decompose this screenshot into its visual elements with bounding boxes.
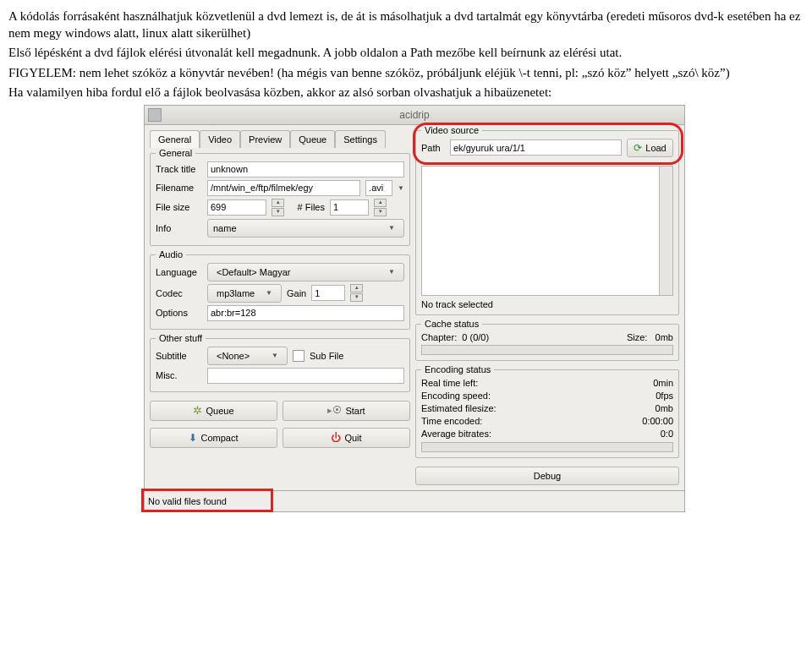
- tab-general[interactable]: General: [150, 130, 200, 148]
- cache-progress-bar: [421, 345, 673, 355]
- chevron-down-icon[interactable]: ▼: [398, 184, 404, 192]
- no-track-label: No track selected: [421, 299, 673, 309]
- gain-input[interactable]: [311, 285, 345, 301]
- tab-bar: General Video Preview Queue Settings: [150, 130, 410, 148]
- chevron-down-icon: ▼: [388, 268, 395, 276]
- language-label: Language: [156, 267, 202, 277]
- doc-paragraph: A kódolás forrásaként használhatjuk közv…: [8, 8, 804, 41]
- avgbit-value: 0:0: [661, 429, 673, 439]
- power-icon: ⏻: [331, 432, 341, 444]
- language-select[interactable]: <Default> Magyar▼: [207, 263, 404, 281]
- tab-preview[interactable]: Preview: [240, 130, 290, 148]
- subfile-checkbox[interactable]: [293, 350, 304, 362]
- play-icon: ▸⦿: [327, 405, 342, 416]
- info-button[interactable]: name▼: [207, 219, 404, 238]
- filename-label: Filename: [156, 183, 202, 193]
- avgbit-label: Average bitrates:: [421, 429, 491, 439]
- other-pane: Other stuff Subtitle <None>▼ Sub File Mi…: [150, 338, 410, 392]
- filesize-label: File size: [156, 202, 202, 212]
- ext-select[interactable]: [365, 180, 392, 196]
- cache-size-label: Size:: [627, 332, 647, 342]
- options-label: Options: [156, 308, 202, 318]
- subfile-label: Sub File: [310, 351, 343, 361]
- highlight-annotation: [413, 123, 683, 165]
- timeenc-label: Time encoded:: [421, 416, 482, 426]
- doc-paragraph: Ha valamilyen hiba fordul elő a fájlok b…: [8, 85, 804, 101]
- track-title-label: Track title: [156, 164, 202, 174]
- tab-video[interactable]: Video: [200, 130, 240, 148]
- window-title: acidrip: [399, 109, 429, 121]
- numfiles-label: # Files: [289, 202, 325, 212]
- general-pane: General Track title Filename ▼ File size…: [150, 153, 410, 246]
- scrollbar[interactable]: [659, 167, 672, 295]
- options-input[interactable]: [207, 305, 404, 321]
- codec-label: Codec: [156, 288, 202, 298]
- numfiles-stepper[interactable]: ▴▾: [374, 199, 387, 216]
- codec-select[interactable]: mp3lame▼: [207, 284, 282, 303]
- start-button[interactable]: ▸⦿ Start: [283, 401, 410, 421]
- encspeed-label: Encoding speed:: [421, 391, 491, 401]
- download-icon: ⬇: [189, 432, 197, 444]
- numfiles-input[interactable]: [330, 199, 369, 216]
- track-list[interactable]: [421, 166, 673, 296]
- pane-title: Audio: [156, 249, 186, 260]
- compact-button[interactable]: ⬇ Compact: [150, 428, 277, 448]
- chevron-down-icon: ▼: [388, 224, 395, 232]
- estfs-label: Estimated filesize:: [421, 403, 497, 413]
- doc-paragraph: Első lépésként a dvd fájlok elérési útvo…: [8, 45, 804, 62]
- gain-stepper[interactable]: ▴▾: [350, 284, 363, 302]
- tab-queue[interactable]: Queue: [290, 130, 335, 148]
- realtime-label: Real time left:: [421, 378, 478, 388]
- window-menu-icon[interactable]: [148, 108, 162, 122]
- encspeed-value: 0fps: [656, 391, 673, 401]
- filesize-stepper[interactable]: ▴▾: [272, 199, 284, 216]
- doc-paragraph: FIGYELEM: nem lehet szóköz a könyvtár ne…: [8, 65, 804, 82]
- chapter-value: 0 (0/0): [462, 332, 489, 342]
- chapter-label: Chapter:: [421, 332, 457, 342]
- filename-input[interactable]: [207, 180, 360, 196]
- debug-button[interactable]: Debug: [415, 467, 679, 485]
- window-titlebar: acidrip: [144, 105, 685, 124]
- status-bar: No valid files found: [144, 491, 685, 512]
- cache-status-pane: Cache status Chapter: 0 (0/0) Size: 0mb: [415, 324, 679, 361]
- encoding-progress-bar: [421, 442, 673, 452]
- gain-label: Gain: [287, 288, 306, 298]
- pane-title: Encoding status: [421, 364, 494, 374]
- misc-input[interactable]: [207, 368, 404, 384]
- pane-title: Other stuff: [156, 333, 206, 343]
- video-source-pane: Video source Path ⟳ Load No track select…: [415, 130, 679, 315]
- encoding-status-pane: Encoding status Real time left:0min Enco…: [415, 369, 679, 458]
- pane-title: General: [156, 148, 195, 158]
- audio-pane: Audio Language <Default> Magyar▼ Codec m…: [150, 254, 410, 330]
- tab-settings[interactable]: Settings: [335, 130, 386, 148]
- queue-button[interactable]: ✲ Queue: [150, 401, 277, 421]
- chevron-down-icon: ▼: [266, 289, 272, 297]
- filesize-input[interactable]: [207, 199, 266, 216]
- app-body: General Video Preview Queue Settings Gen…: [144, 124, 685, 491]
- cache-size-value: 0mb: [656, 332, 673, 342]
- quit-button[interactable]: ⏻ Quit: [283, 428, 410, 448]
- misc-label: Misc.: [156, 370, 202, 380]
- track-title-input[interactable]: [207, 161, 404, 178]
- subtitle-label: Subtitle: [156, 351, 202, 361]
- subtitle-select[interactable]: <None>▼: [207, 347, 288, 365]
- info-label: Info: [156, 223, 202, 233]
- estfs-value: 0mb: [656, 403, 673, 413]
- pane-title: Cache status: [421, 319, 482, 329]
- chevron-down-icon: ▼: [272, 352, 278, 359]
- realtime-value: 0min: [653, 378, 673, 388]
- timeenc-value: 0:00:00: [642, 416, 673, 426]
- highlight-annotation: [141, 489, 273, 512]
- gear-icon: ✲: [193, 404, 202, 417]
